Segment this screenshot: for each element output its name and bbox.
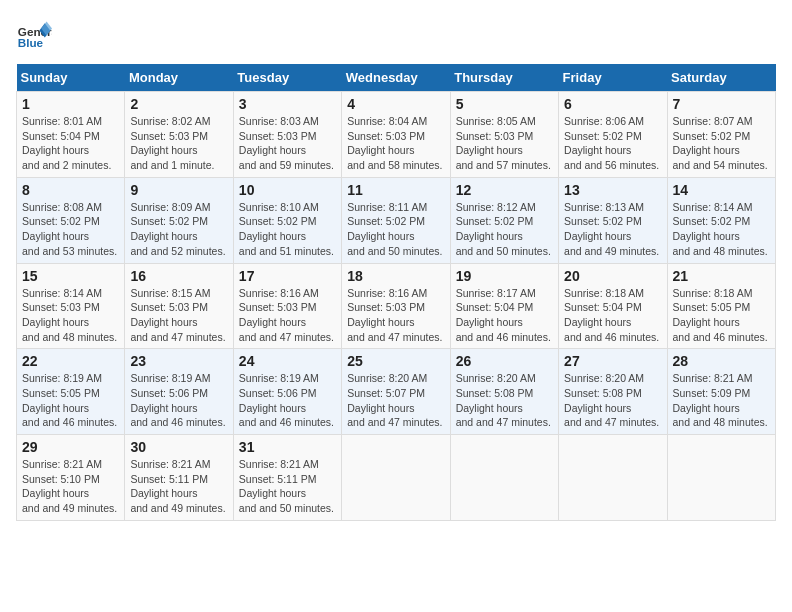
day-detail: Sunrise: 8:14 AMSunset: 5:03 PMDaylight …	[22, 286, 119, 345]
day-cell: 9Sunrise: 8:09 AMSunset: 5:02 PMDaylight…	[125, 177, 233, 263]
day-header-wednesday: Wednesday	[342, 64, 450, 92]
day-number: 6	[564, 96, 661, 112]
day-number: 12	[456, 182, 553, 198]
day-header-friday: Friday	[559, 64, 667, 92]
day-cell: 1Sunrise: 8:01 AMSunset: 5:04 PMDaylight…	[17, 92, 125, 178]
day-cell: 2Sunrise: 8:02 AMSunset: 5:03 PMDaylight…	[125, 92, 233, 178]
day-cell: 7Sunrise: 8:07 AMSunset: 5:02 PMDaylight…	[667, 92, 775, 178]
day-number: 25	[347, 353, 444, 369]
day-cell: 3Sunrise: 8:03 AMSunset: 5:03 PMDaylight…	[233, 92, 341, 178]
day-cell: 25Sunrise: 8:20 AMSunset: 5:07 PMDayligh…	[342, 349, 450, 435]
day-cell: 22Sunrise: 8:19 AMSunset: 5:05 PMDayligh…	[17, 349, 125, 435]
day-cell: 5Sunrise: 8:05 AMSunset: 5:03 PMDaylight…	[450, 92, 558, 178]
week-row-2: 8Sunrise: 8:08 AMSunset: 5:02 PMDaylight…	[17, 177, 776, 263]
day-detail: Sunrise: 8:10 AMSunset: 5:02 PMDaylight …	[239, 200, 336, 259]
day-cell	[667, 435, 775, 521]
day-number: 1	[22, 96, 119, 112]
day-detail: Sunrise: 8:21 AMSunset: 5:11 PMDaylight …	[239, 457, 336, 516]
day-number: 11	[347, 182, 444, 198]
day-cell: 27Sunrise: 8:20 AMSunset: 5:08 PMDayligh…	[559, 349, 667, 435]
day-cell: 16Sunrise: 8:15 AMSunset: 5:03 PMDayligh…	[125, 263, 233, 349]
day-number: 24	[239, 353, 336, 369]
day-cell: 13Sunrise: 8:13 AMSunset: 5:02 PMDayligh…	[559, 177, 667, 263]
week-row-4: 22Sunrise: 8:19 AMSunset: 5:05 PMDayligh…	[17, 349, 776, 435]
day-number: 31	[239, 439, 336, 455]
day-number: 14	[673, 182, 770, 198]
day-number: 13	[564, 182, 661, 198]
day-detail: Sunrise: 8:21 AMSunset: 5:10 PMDaylight …	[22, 457, 119, 516]
page-header: General Blue	[16, 16, 776, 52]
day-number: 9	[130, 182, 227, 198]
day-cell: 20Sunrise: 8:18 AMSunset: 5:04 PMDayligh…	[559, 263, 667, 349]
day-number: 5	[456, 96, 553, 112]
day-detail: Sunrise: 8:14 AMSunset: 5:02 PMDaylight …	[673, 200, 770, 259]
day-cell: 28Sunrise: 8:21 AMSunset: 5:09 PMDayligh…	[667, 349, 775, 435]
day-header-saturday: Saturday	[667, 64, 775, 92]
day-cell: 12Sunrise: 8:12 AMSunset: 5:02 PMDayligh…	[450, 177, 558, 263]
day-detail: Sunrise: 8:16 AMSunset: 5:03 PMDaylight …	[347, 286, 444, 345]
day-cell: 4Sunrise: 8:04 AMSunset: 5:03 PMDaylight…	[342, 92, 450, 178]
day-cell: 11Sunrise: 8:11 AMSunset: 5:02 PMDayligh…	[342, 177, 450, 263]
day-detail: Sunrise: 8:16 AMSunset: 5:03 PMDaylight …	[239, 286, 336, 345]
day-header-thursday: Thursday	[450, 64, 558, 92]
day-number: 7	[673, 96, 770, 112]
day-header-tuesday: Tuesday	[233, 64, 341, 92]
day-cell: 8Sunrise: 8:08 AMSunset: 5:02 PMDaylight…	[17, 177, 125, 263]
day-detail: Sunrise: 8:17 AMSunset: 5:04 PMDaylight …	[456, 286, 553, 345]
day-header-sunday: Sunday	[17, 64, 125, 92]
svg-text:Blue: Blue	[18, 36, 44, 49]
day-header-monday: Monday	[125, 64, 233, 92]
day-cell: 26Sunrise: 8:20 AMSunset: 5:08 PMDayligh…	[450, 349, 558, 435]
day-detail: Sunrise: 8:13 AMSunset: 5:02 PMDaylight …	[564, 200, 661, 259]
day-detail: Sunrise: 8:20 AMSunset: 5:07 PMDaylight …	[347, 371, 444, 430]
day-number: 29	[22, 439, 119, 455]
day-detail: Sunrise: 8:04 AMSunset: 5:03 PMDaylight …	[347, 114, 444, 173]
day-detail: Sunrise: 8:19 AMSunset: 5:06 PMDaylight …	[239, 371, 336, 430]
day-detail: Sunrise: 8:08 AMSunset: 5:02 PMDaylight …	[22, 200, 119, 259]
day-number: 8	[22, 182, 119, 198]
day-number: 16	[130, 268, 227, 284]
day-number: 10	[239, 182, 336, 198]
day-detail: Sunrise: 8:18 AMSunset: 5:04 PMDaylight …	[564, 286, 661, 345]
day-number: 28	[673, 353, 770, 369]
week-row-5: 29Sunrise: 8:21 AMSunset: 5:10 PMDayligh…	[17, 435, 776, 521]
day-cell: 31Sunrise: 8:21 AMSunset: 5:11 PMDayligh…	[233, 435, 341, 521]
day-cell	[342, 435, 450, 521]
day-detail: Sunrise: 8:19 AMSunset: 5:05 PMDaylight …	[22, 371, 119, 430]
day-cell: 19Sunrise: 8:17 AMSunset: 5:04 PMDayligh…	[450, 263, 558, 349]
day-detail: Sunrise: 8:01 AMSunset: 5:04 PMDaylight …	[22, 114, 119, 173]
day-detail: Sunrise: 8:03 AMSunset: 5:03 PMDaylight …	[239, 114, 336, 173]
day-detail: Sunrise: 8:21 AMSunset: 5:11 PMDaylight …	[130, 457, 227, 516]
day-detail: Sunrise: 8:18 AMSunset: 5:05 PMDaylight …	[673, 286, 770, 345]
day-number: 4	[347, 96, 444, 112]
day-cell: 21Sunrise: 8:18 AMSunset: 5:05 PMDayligh…	[667, 263, 775, 349]
day-number: 27	[564, 353, 661, 369]
day-number: 21	[673, 268, 770, 284]
day-detail: Sunrise: 8:09 AMSunset: 5:02 PMDaylight …	[130, 200, 227, 259]
day-detail: Sunrise: 8:07 AMSunset: 5:02 PMDaylight …	[673, 114, 770, 173]
day-detail: Sunrise: 8:06 AMSunset: 5:02 PMDaylight …	[564, 114, 661, 173]
day-number: 17	[239, 268, 336, 284]
logo: General Blue	[16, 16, 52, 52]
logo-icon: General Blue	[16, 16, 52, 52]
day-number: 26	[456, 353, 553, 369]
day-cell: 17Sunrise: 8:16 AMSunset: 5:03 PMDayligh…	[233, 263, 341, 349]
day-detail: Sunrise: 8:21 AMSunset: 5:09 PMDaylight …	[673, 371, 770, 430]
day-number: 20	[564, 268, 661, 284]
day-cell: 18Sunrise: 8:16 AMSunset: 5:03 PMDayligh…	[342, 263, 450, 349]
day-cell: 15Sunrise: 8:14 AMSunset: 5:03 PMDayligh…	[17, 263, 125, 349]
day-cell: 14Sunrise: 8:14 AMSunset: 5:02 PMDayligh…	[667, 177, 775, 263]
day-cell: 30Sunrise: 8:21 AMSunset: 5:11 PMDayligh…	[125, 435, 233, 521]
week-row-3: 15Sunrise: 8:14 AMSunset: 5:03 PMDayligh…	[17, 263, 776, 349]
day-detail: Sunrise: 8:20 AMSunset: 5:08 PMDaylight …	[456, 371, 553, 430]
day-cell: 29Sunrise: 8:21 AMSunset: 5:10 PMDayligh…	[17, 435, 125, 521]
day-detail: Sunrise: 8:20 AMSunset: 5:08 PMDaylight …	[564, 371, 661, 430]
day-number: 3	[239, 96, 336, 112]
day-number: 15	[22, 268, 119, 284]
day-cell: 6Sunrise: 8:06 AMSunset: 5:02 PMDaylight…	[559, 92, 667, 178]
week-row-1: 1Sunrise: 8:01 AMSunset: 5:04 PMDaylight…	[17, 92, 776, 178]
day-number: 18	[347, 268, 444, 284]
day-detail: Sunrise: 8:19 AMSunset: 5:06 PMDaylight …	[130, 371, 227, 430]
calendar-table: SundayMondayTuesdayWednesdayThursdayFrid…	[16, 64, 776, 521]
day-header-row: SundayMondayTuesdayWednesdayThursdayFrid…	[17, 64, 776, 92]
